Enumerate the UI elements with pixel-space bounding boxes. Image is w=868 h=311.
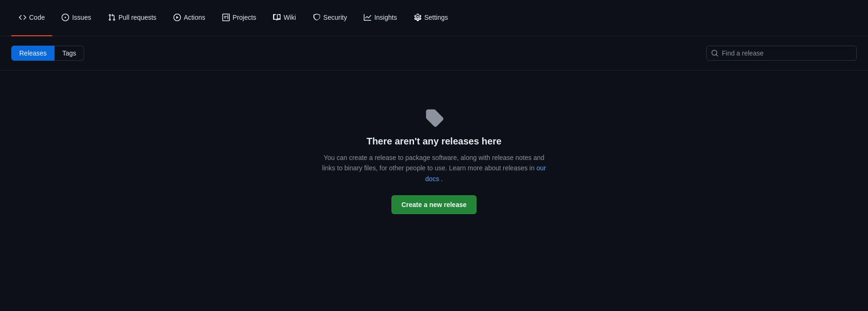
nav-label-pull-requests: Pull requests — [118, 14, 156, 21]
tabs-group: Releases Tags — [11, 46, 84, 61]
sub-navigation: Releases Tags — [0, 36, 868, 71]
empty-state-description-after: . — [441, 175, 443, 183]
empty-state-title: There aren't any releases here — [367, 136, 501, 147]
create-release-button[interactable]: Create a new release — [391, 195, 477, 214]
tab-releases-label: Releases — [19, 49, 47, 57]
security-icon — [313, 14, 321, 21]
nav-label-projects: Projects — [233, 14, 257, 21]
nav-label-wiki: Wiki — [283, 14, 296, 21]
nav-label-settings: Settings — [424, 14, 448, 21]
code-icon — [19, 14, 26, 21]
empty-state-description: You can create a release to package soft… — [321, 152, 547, 184]
nav-item-actions[interactable]: Actions — [166, 0, 213, 36]
pr-icon — [108, 14, 116, 21]
projects-icon — [222, 14, 230, 21]
nav-item-projects[interactable]: Projects — [215, 0, 264, 36]
find-release-input[interactable] — [706, 46, 857, 61]
wiki-icon — [273, 14, 281, 21]
nav-item-insights[interactable]: Insights — [356, 0, 404, 36]
tab-releases[interactable]: Releases — [11, 46, 55, 61]
issue-icon — [62, 14, 69, 21]
nav-item-issues[interactable]: Issues — [54, 0, 98, 36]
nav-item-pull-requests[interactable]: Pull requests — [101, 0, 164, 36]
nav-label-code: Code — [29, 14, 45, 21]
tab-tags-label: Tags — [62, 49, 76, 57]
nav-label-security: Security — [323, 14, 347, 21]
empty-state-description-before: You can create a release to package soft… — [322, 154, 544, 172]
nav-label-insights: Insights — [374, 14, 397, 21]
nav-item-settings[interactable]: Settings — [407, 0, 456, 36]
top-navigation: Code Issues Pull requests Actions — [0, 0, 868, 36]
search-container — [706, 46, 857, 61]
tab-tags[interactable]: Tags — [55, 46, 84, 61]
insights-icon — [364, 14, 371, 21]
nav-label-issues: Issues — [72, 14, 91, 21]
actions-icon — [173, 14, 181, 21]
nav-item-code[interactable]: Code — [11, 0, 52, 36]
empty-state-icon — [425, 108, 444, 128]
nav-item-wiki[interactable]: Wiki — [266, 0, 303, 36]
nav-item-security[interactable]: Security — [305, 0, 355, 36]
main-content: There aren't any releases here You can c… — [0, 71, 868, 252]
search-icon — [711, 49, 719, 57]
nav-label-actions: Actions — [184, 14, 205, 21]
create-release-label: Create a new release — [401, 201, 467, 208]
settings-icon — [414, 14, 422, 21]
